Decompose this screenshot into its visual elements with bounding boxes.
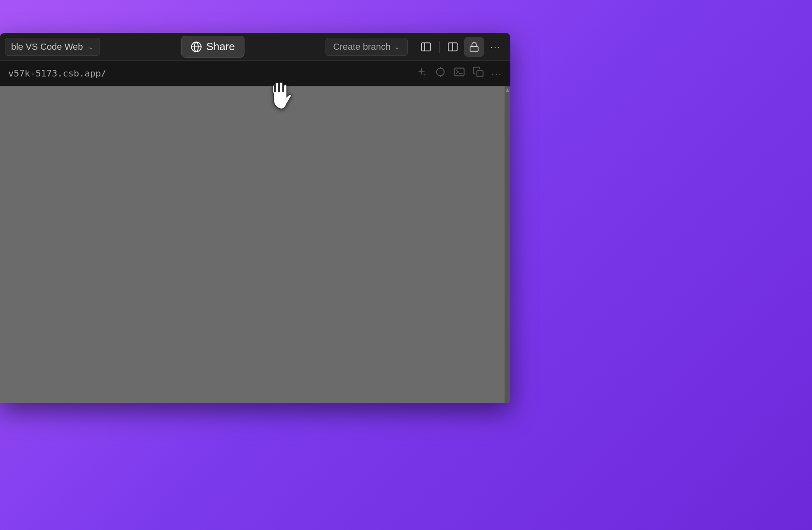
create-branch-button[interactable]: Create branch ⌄ <box>326 38 408 56</box>
sparkle-button[interactable] <box>416 66 427 81</box>
preview-area: ▲ <box>0 86 510 403</box>
env-chevron-icon: ⌄ <box>88 42 94 51</box>
more-url-options-icon: ··· <box>491 68 502 79</box>
url-bar: v57k-5173.csb.app/ <box>0 61 510 86</box>
terminal-button[interactable] <box>454 66 465 81</box>
split-view-button[interactable] <box>443 37 463 57</box>
crosshair-icon <box>435 66 446 78</box>
globe-icon <box>191 41 202 53</box>
split-view-icon <box>447 42 458 52</box>
more-url-options-button[interactable]: ··· <box>491 67 502 80</box>
scrollbar-up-arrow: ▲ <box>505 87 510 93</box>
crosshair-button[interactable] <box>435 66 446 81</box>
url-text: v57k-5173.csb.app/ <box>8 68 409 79</box>
svg-rect-13 <box>454 68 464 76</box>
create-branch-label: Create branch <box>333 42 391 52</box>
scrollbar[interactable]: ▲ <box>505 86 510 403</box>
create-branch-chevron-icon: ⌄ <box>394 42 400 51</box>
share-label: Share <box>206 40 235 53</box>
terminal-icon <box>454 66 465 78</box>
toolbar-right: Create branch ⌄ <box>326 37 505 57</box>
sparkle-icon <box>416 66 427 78</box>
more-options-icon: ··· <box>490 41 501 53</box>
lock-button[interactable] <box>464 37 484 57</box>
env-label: ble VS Code Web <box>11 42 83 52</box>
sidebar-left-button[interactable] <box>416 37 436 57</box>
lock-icon <box>469 42 479 52</box>
env-dropdown-button[interactable]: ble VS Code Web ⌄ <box>5 38 100 56</box>
share-button[interactable]: Share <box>181 36 244 58</box>
sidebar-left-icon <box>421 42 431 52</box>
icon-divider <box>439 41 440 53</box>
toolbar-center: Share <box>104 36 321 58</box>
copy-icon <box>472 66 484 78</box>
svg-rect-7 <box>470 46 478 51</box>
copy-button[interactable] <box>472 66 484 81</box>
url-icons-group: ··· <box>416 66 502 81</box>
svg-point-8 <box>437 68 444 76</box>
more-options-button[interactable]: ··· <box>486 37 505 57</box>
toolbar-left: ble VS Code Web ⌄ <box>5 38 100 56</box>
svg-rect-15 <box>477 71 483 77</box>
toolbar: ble VS Code Web ⌄ Share Create branch ⌄ <box>0 33 510 61</box>
app-window: ble VS Code Web ⌄ Share Create branch ⌄ <box>0 33 510 403</box>
view-icons-group: ··· <box>416 37 505 57</box>
svg-rect-3 <box>421 43 430 51</box>
